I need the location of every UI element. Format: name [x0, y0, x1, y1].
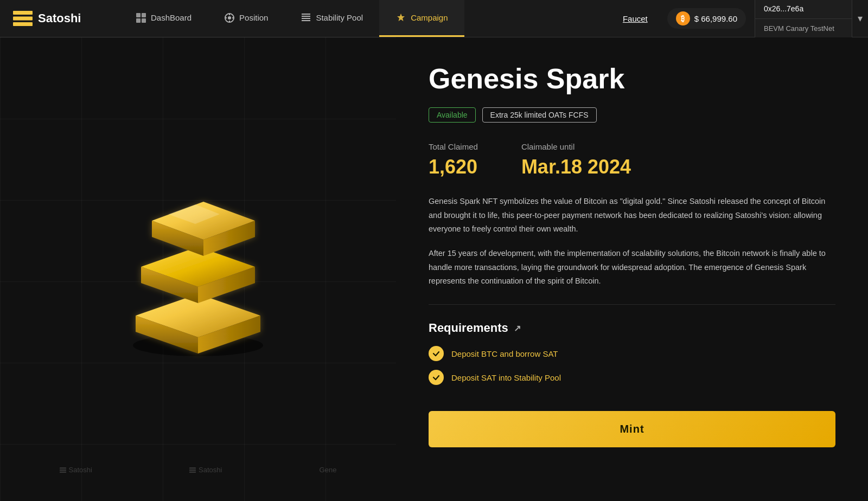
- svg-rect-3: [136, 13, 141, 17]
- satoshi-logo-icon: [13, 11, 33, 26]
- stats-row: Total Claimed 1,620 Claimable until Mar.…: [429, 142, 835, 178]
- requirement-item-1: Deposit BTC and borrow SAT: [429, 346, 835, 361]
- svg-rect-6: [142, 18, 146, 23]
- dropdown-arrow-icon[interactable]: ▾: [852, 12, 868, 24]
- requirement-text-1: Deposit BTC and borrow SAT: [451, 349, 558, 358]
- btc-icon: ₿: [676, 11, 690, 25]
- badge-available: Available: [429, 107, 476, 123]
- svg-point-8: [228, 16, 231, 20]
- requirements-title: Requirements ↗: [429, 321, 835, 335]
- navbar: Satoshi DashBoard Position: [0, 0, 868, 37]
- dashboard-icon: [136, 12, 146, 23]
- svg-rect-2: [13, 22, 33, 26]
- nav-right: Faucet ₿ $ 66,999.60 0x26...7e6a BEVM Ca…: [612, 0, 868, 38]
- claimable-until-label: Claimable until: [521, 142, 631, 151]
- position-icon: [224, 12, 235, 23]
- svg-rect-4: [142, 13, 146, 17]
- svg-rect-13: [302, 16, 310, 17]
- svg-rect-0: [13, 11, 33, 15]
- stability-pool-icon: [301, 12, 311, 23]
- logo-area: Satoshi: [0, 11, 119, 26]
- nav-item-stability-pool[interactable]: Stability Pool: [284, 0, 379, 37]
- mint-button[interactable]: Mint: [429, 411, 835, 447]
- svg-rect-14: [302, 18, 310, 19]
- requirement-item-2: Deposit SAT into Stability Pool: [429, 370, 835, 385]
- nav-label-stability-pool: Stability Pool: [316, 13, 363, 22]
- balance-amount: $ 66,999.60: [694, 14, 737, 23]
- svg-rect-1: [13, 17, 33, 21]
- claimable-until-value: Mar.18 2024: [521, 156, 631, 178]
- svg-rect-16: [302, 14, 310, 15]
- nav-items: DashBoard Position Stability Pool: [119, 0, 612, 37]
- svg-rect-15: [302, 20, 310, 21]
- checkmark-icon-1: [432, 350, 440, 357]
- nav-item-dashboard[interactable]: DashBoard: [119, 0, 208, 37]
- nft-gold-bars-svg: [90, 161, 307, 378]
- balance-badge: ₿ $ 66,999.60: [667, 8, 746, 29]
- check-circle-1: [429, 346, 444, 361]
- check-circle-2: [429, 370, 444, 385]
- description-2: After 15 years of development, with the …: [429, 247, 835, 288]
- external-link-icon[interactable]: ↗: [514, 323, 521, 333]
- wallet-dropdown: 0x26...7e6a BEVM Canary TestNet: [755, 0, 852, 38]
- total-claimed-label: Total Claimed: [429, 142, 478, 151]
- total-claimed-value: 1,620: [429, 156, 478, 178]
- requirement-text-2: Deposit SAT into Stability Pool: [451, 373, 561, 382]
- badge-extra: Extra 25k limited OATs FCFS: [482, 107, 597, 123]
- total-claimed-block: Total Claimed 1,620: [429, 142, 478, 178]
- nav-label-position: Position: [239, 13, 268, 22]
- logo-text: Satoshi: [38, 11, 81, 25]
- info-panel: Genesis Spark Available Extra 25k limite…: [396, 37, 868, 501]
- divider: [429, 304, 835, 305]
- wallet-network: BEVM Canary TestNet: [755, 19, 852, 38]
- nav-item-position[interactable]: Position: [208, 0, 284, 37]
- checkmark-icon-2: [432, 374, 440, 381]
- svg-rect-5: [136, 18, 141, 23]
- nft-image-panel: Satoshi Satoshi Gene: [0, 37, 396, 501]
- campaign-title: Genesis Spark: [429, 63, 835, 94]
- claimable-until-block: Claimable until Mar.18 2024: [521, 142, 631, 178]
- main-content: Satoshi Satoshi Gene Genesis Spark Avail…: [0, 37, 868, 501]
- faucet-link[interactable]: Faucet: [612, 14, 659, 23]
- nav-label-dashboard: DashBoard: [151, 13, 192, 22]
- nft-image-container: [68, 139, 328, 400]
- description-1: Genesis Spark NFT symbolizes the value o…: [429, 195, 835, 236]
- campaign-icon: [395, 12, 406, 23]
- wallet-address[interactable]: 0x26...7e6a: [755, 0, 852, 19]
- badges-row: Available Extra 25k limited OATs FCFS: [429, 107, 835, 123]
- nav-label-campaign: Campaign: [411, 13, 448, 22]
- nav-item-campaign[interactable]: Campaign: [379, 0, 464, 37]
